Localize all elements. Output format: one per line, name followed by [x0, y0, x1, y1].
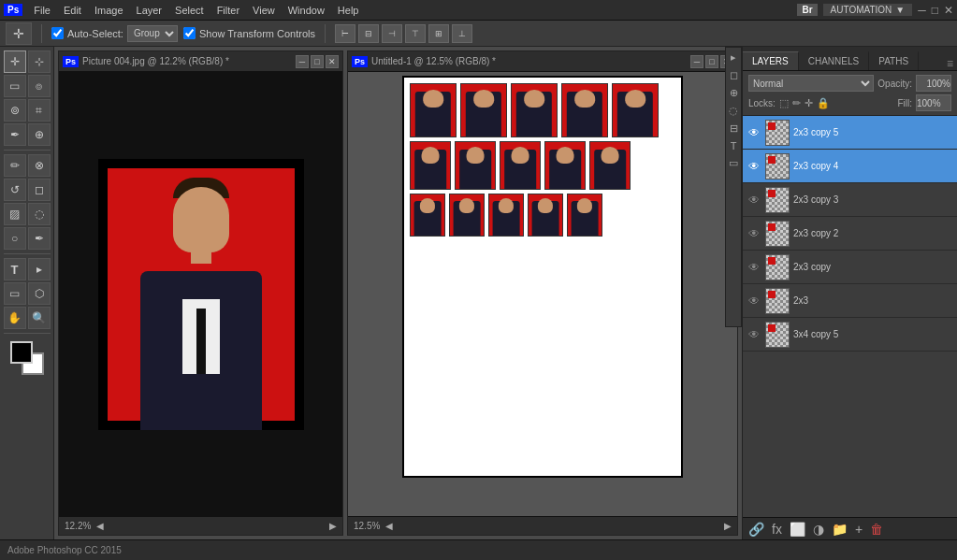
move-tool-icon[interactable]: ✛: [6, 22, 32, 45]
lock-position-icon[interactable]: ✛: [805, 97, 813, 109]
doc-untitled-content[interactable]: [348, 72, 737, 516]
doc-photo-content[interactable]: [59, 72, 342, 516]
eyedropper-tool[interactable]: ✒: [4, 123, 26, 146]
brush-tool[interactable]: ✏: [4, 154, 26, 177]
layer-visibility-toggle[interactable]: 👁: [747, 160, 761, 173]
menu-view[interactable]: View: [247, 3, 281, 18]
align-center-h-btn[interactable]: ⊟: [358, 24, 379, 43]
layer-visibility-toggle[interactable]: 👁: [747, 328, 761, 341]
align-right-btn[interactable]: ⊣: [382, 24, 402, 43]
gradient-tool[interactable]: ▨: [4, 203, 26, 225]
align-top-btn[interactable]: ⊤: [405, 24, 426, 43]
path-select-tool[interactable]: ▸: [28, 258, 51, 280]
minimize-button[interactable]: ─: [918, 4, 926, 17]
layer-visibility-toggle[interactable]: 👁: [747, 294, 761, 308]
delete-layer-btn[interactable]: 🗑: [870, 522, 883, 537]
history-brush-tool[interactable]: ↺: [4, 179, 26, 201]
menu-select[interactable]: Select: [169, 3, 210, 18]
fill-input[interactable]: [916, 94, 951, 111]
panel-tool-2[interactable]: ◻: [730, 69, 738, 81]
align-middle-btn[interactable]: ⊞: [428, 24, 449, 43]
quick-select-tool[interactable]: ⊚: [4, 99, 26, 122]
artboard-tool[interactable]: ⊹: [28, 50, 51, 73]
lock-image-icon[interactable]: ✏: [792, 97, 801, 109]
adjustment-btn[interactable]: ◑: [813, 522, 824, 537]
foreground-color-swatch[interactable]: [10, 341, 33, 364]
dodge-tool[interactable]: ○: [4, 227, 26, 250]
move-tool[interactable]: ✛: [4, 50, 26, 73]
doc-untitled-nav-right[interactable]: ▶: [724, 521, 732, 531]
type-tool[interactable]: T: [4, 258, 26, 280]
workspace-selector[interactable]: AUTOMATION ▼: [823, 4, 913, 16]
lasso-tool[interactable]: ⌾: [28, 75, 51, 97]
panel-tool-4[interactable]: ◌: [729, 105, 738, 117]
panel-tool-5[interactable]: ⊟: [730, 122, 738, 135]
blur-tool[interactable]: ◌: [28, 203, 51, 225]
mask-btn[interactable]: ⬜: [790, 522, 805, 537]
menu-help[interactable]: Help: [332, 3, 365, 18]
fx-btn[interactable]: fx: [772, 522, 782, 537]
hand-tool[interactable]: ✋: [4, 307, 26, 329]
crop-tool[interactable]: ⌗: [28, 99, 51, 122]
tab-channels[interactable]: CHANNELS: [799, 51, 869, 70]
rect-tool[interactable]: ▭: [4, 282, 26, 305]
doc-photo-maximize[interactable]: □: [311, 55, 324, 68]
layer-item[interactable]: 👁2x3 copy 4: [743, 150, 957, 183]
menu-window[interactable]: Window: [283, 3, 330, 18]
tab-layers[interactable]: LAYERS: [743, 51, 799, 70]
zoom-tool[interactable]: 🔍: [28, 307, 51, 329]
layer-thumbnail: [765, 153, 790, 179]
layer-item[interactable]: 👁2x3 copy 2: [743, 217, 957, 251]
panel-tool-3[interactable]: ⊕: [730, 87, 738, 99]
doc-untitled-nav-left[interactable]: ◀: [385, 521, 393, 531]
marquee-tool[interactable]: ▭: [4, 75, 26, 97]
lock-transparent-icon[interactable]: ⬚: [779, 97, 789, 109]
lock-all-icon[interactable]: 🔒: [817, 97, 830, 109]
align-bottom-btn[interactable]: ⊥: [452, 24, 472, 43]
layer-visibility-toggle[interactable]: 👁: [747, 126, 761, 139]
menu-image[interactable]: Image: [89, 3, 129, 18]
show-transform-checkbox[interactable]: [183, 27, 196, 39]
layer-item[interactable]: 👁2x3 copy 3: [743, 183, 957, 217]
layer-item[interactable]: 👁2x3 copy 5: [743, 116, 957, 150]
blend-mode-select[interactable]: Normal Multiply Screen: [748, 75, 874, 92]
layer-visibility-toggle[interactable]: 👁: [747, 194, 761, 207]
menu-file[interactable]: File: [28, 3, 56, 18]
layer-visibility-toggle[interactable]: 👁: [747, 227, 761, 240]
clone-tool[interactable]: ⊗: [28, 154, 51, 177]
tab-paths[interactable]: PATHS: [869, 51, 919, 70]
menu-layer[interactable]: Layer: [131, 3, 168, 18]
auto-select-checkbox[interactable]: [51, 27, 64, 39]
panel-menu-icon[interactable]: ≡: [943, 57, 957, 70]
restore-button[interactable]: □: [932, 4, 938, 17]
new-layer-btn[interactable]: +: [855, 522, 863, 537]
link-layers-btn[interactable]: 🔗: [748, 522, 764, 537]
spot-heal-tool[interactable]: ⊕: [28, 123, 51, 146]
layer-item[interactable]: 👁2x3: [743, 284, 957, 318]
panel-tool-6[interactable]: T: [731, 140, 737, 151]
layer-item[interactable]: 👁3x4 copy 5: [743, 318, 957, 352]
menu-edit[interactable]: Edit: [58, 3, 87, 18]
doc-photo-nav-left[interactable]: ◀: [96, 521, 104, 531]
bridge-button[interactable]: Br: [797, 4, 817, 16]
auto-select-dropdown[interactable]: Group Layer: [127, 25, 178, 42]
pen-tool[interactable]: ✒: [28, 227, 51, 250]
doc-photo-close[interactable]: ✕: [326, 55, 339, 68]
align-left-btn[interactable]: ⊢: [335, 24, 355, 43]
opacity-input[interactable]: [916, 75, 951, 92]
layers-list[interactable]: 👁2x3 copy 5👁2x3 copy 4👁2x3 copy 3👁2x3 co…: [743, 116, 957, 517]
layer-item[interactable]: 👁2x3 copy: [743, 251, 957, 284]
doc-untitled-minimize[interactable]: ─: [690, 55, 703, 68]
group-btn[interactable]: 📁: [832, 522, 848, 537]
panel-tool-1[interactable]: ▸: [731, 51, 736, 64]
layer-visibility-toggle[interactable]: 👁: [747, 261, 761, 274]
eraser-tool[interactable]: ◻: [28, 179, 51, 201]
doc-photo-minimize[interactable]: ─: [296, 55, 309, 68]
tool-row-9: T ▸: [4, 258, 51, 280]
doc-untitled-maximize[interactable]: □: [705, 55, 718, 68]
3d-tool[interactable]: ⬡: [28, 282, 51, 305]
close-button[interactable]: ✕: [944, 4, 953, 17]
panel-tool-7[interactable]: ▭: [729, 157, 738, 169]
doc-photo-nav-right[interactable]: ▶: [329, 521, 337, 531]
menu-filter[interactable]: Filter: [211, 3, 245, 18]
